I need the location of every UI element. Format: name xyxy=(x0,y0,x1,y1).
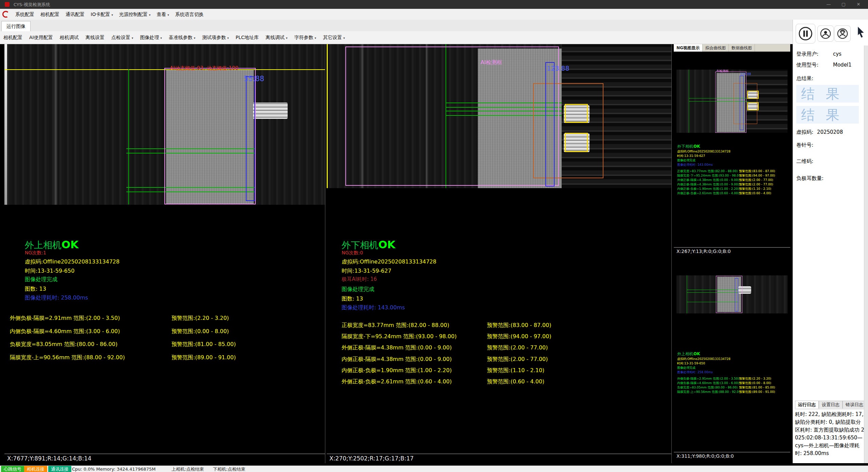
measurement-text: 外侧正极-隔膜=4.38mm 范围:(0.00 - 9.00) xyxy=(677,178,739,182)
measurement-warn: 预警范围:(81.00 - 85.00) xyxy=(171,338,236,351)
result-ok: OK xyxy=(693,144,700,149)
tab-ng-view[interactable]: NG视图显示 xyxy=(674,44,703,52)
tab-ai-elapsed: 极耳AI耗时: 16 xyxy=(342,276,377,283)
tab-detect-box xyxy=(747,102,759,110)
title-bar: CYS-视觉检测系统 — ▢ ✕ xyxy=(0,0,868,9)
measurement-text: 隔膜宽度-上=90.56mm 范围:(88.00 - 92.00) xyxy=(10,351,171,364)
measurement-warn: 预警范围:(81.00 - 85.00) xyxy=(739,385,787,390)
measurement-text: 内侧负极-隔膜=4.60mm 范围:(3.00 - 6.00) xyxy=(677,381,739,385)
tool-camera-debug[interactable]: 相机调试 xyxy=(56,31,82,44)
pause-button[interactable] xyxy=(796,24,815,43)
capture-time: 时间:13-31-59-650 xyxy=(677,361,788,366)
roi-box-blue xyxy=(545,62,555,186)
tab-error-log[interactable]: 错误日志 xyxy=(843,401,866,409)
tab-run-log[interactable]: 运行日志 xyxy=(795,401,819,409)
app-icon xyxy=(5,2,10,7)
pause-icon xyxy=(798,26,813,41)
measurement-warn: 预警范围:(2.20 - 3.20) xyxy=(171,312,229,325)
virtual-code: 虚拟码:Offline20250208133134728 xyxy=(677,357,788,361)
measure-value-overlay: 55.88 xyxy=(244,75,264,83)
camera-link-badge: 相机连接 xyxy=(24,466,47,472)
menu-bar: 系统配置 相机配置 通讯配置 IO卡配置 光源控制配置 查看 系统语言切换 xyxy=(0,9,868,20)
ng-thumbnail-2[interactable]: 外上相机OK 虚拟码:Offline20250208133134728 时间:1… xyxy=(674,260,790,460)
tool-offline-debug[interactable]: 离线调试 xyxy=(262,31,291,44)
ng-thumb2-image xyxy=(676,275,788,313)
heartbeat-badge: 心跳信号 xyxy=(1,466,24,472)
tab-settings-log[interactable]: 设置日志 xyxy=(819,401,843,409)
measurement-text: 外侧负极-隔膜=2.91mm 范围:(2.00 - 3.50) xyxy=(677,377,739,381)
operator-button[interactable] xyxy=(834,25,851,42)
measurement-warn: 预警范围:(2.20 - 3.20) xyxy=(739,377,787,381)
virtual-code: 虚拟码:Offline20250208133134728 xyxy=(25,258,120,266)
operator-icon xyxy=(837,28,848,39)
menu-camera-config[interactable]: 相机配置 xyxy=(37,9,62,20)
tab-fit-curve[interactable]: 拟合曲线图 xyxy=(703,44,729,52)
camera-bottom-image[interactable]: AI检测框 123.88 xyxy=(327,44,671,188)
maximize-icon[interactable]: ▢ xyxy=(836,0,851,9)
user-icon xyxy=(820,28,831,39)
capture-time: 时间:13-31-59-627 xyxy=(677,154,788,158)
tool-ai-usage-config[interactable]: AI使用配置 xyxy=(26,31,56,44)
roi-box-magenta xyxy=(345,47,559,186)
comm-link-badge: 通讯连接 xyxy=(48,466,71,472)
clamp-metal xyxy=(253,103,288,119)
tool-camera-config[interactable]: 相机配置 xyxy=(0,31,26,44)
measurement-warn: 预警范围:(0.00 - 8.00) xyxy=(739,381,787,385)
measurement-text: 内侧正极-隔膜=4.38mm 范围:(0.00 - 9.00) xyxy=(677,182,739,187)
cursor-button[interactable] xyxy=(855,24,867,40)
ng-thumbnail-1[interactable]: AI检测框 123.88 外下相机OK 虚拟码:Offline202502081… xyxy=(674,53,790,255)
roi-box-blue xyxy=(740,76,744,130)
measurement-warn: 预警范围:(1.10 - 2.10) xyxy=(487,365,544,376)
status-bar: 心跳信号 相机连接 通讯连接 Cpu: 0.0% Memory: 3424.41… xyxy=(0,466,868,472)
measurement-list: 外侧负极-隔膜=2.91mm 范围:(2.00 - 3.50) 预警范围:(2.… xyxy=(10,312,236,364)
process-elapsed: 图像处理耗时: 143.00ms xyxy=(677,163,788,167)
close-icon[interactable]: ✕ xyxy=(851,0,866,9)
ai-threshold-text: AI动态阈值:93, 动态阈值:100 xyxy=(170,65,238,72)
tab-run-image[interactable]: 运行图像 xyxy=(1,21,31,31)
ai-detect-box-label: AI检测框 xyxy=(717,70,729,73)
tab-detect-box xyxy=(565,104,588,123)
tool-other-settings[interactable]: 其它设置 xyxy=(320,31,348,44)
tool-image-processing[interactable]: 图像处理 xyxy=(137,31,165,44)
ng-thumb1-text: 外下相机OK 虚拟码:Offline20250208133134728 时间:1… xyxy=(677,144,788,196)
measurement-text: 内侧负极-隔膜=4.60mm 范围:(3.00 - 6.00) xyxy=(10,325,171,338)
camera-bottom-check-status: 下相机:点检结束 xyxy=(213,466,245,472)
login-label: 登录用户: xyxy=(796,51,818,57)
menu-comm-config[interactable]: 通讯配置 xyxy=(62,9,88,20)
menu-view[interactable]: 查看 xyxy=(153,9,172,20)
roi-box-blue xyxy=(246,76,255,201)
tool-char-params[interactable]: 字符参数 xyxy=(291,31,320,44)
tab-data-curve[interactable]: 数据曲线图 xyxy=(729,44,755,52)
scrollbar[interactable] xyxy=(864,46,868,463)
process-elapsed: 图像处理耗时: 258.00ms xyxy=(25,294,88,302)
pixel-status-readout: X:311;Y:980;R:0;G:0;B:0 xyxy=(674,452,790,460)
tool-baseline-params[interactable]: 基准线参数 xyxy=(165,31,199,44)
result-ok: OK xyxy=(693,351,700,356)
process-elapsed: 图像处理耗时: 258.00ms xyxy=(677,370,788,375)
result-display-2: 结 果 xyxy=(796,106,859,124)
ng-count: NG次数:1 xyxy=(25,250,46,256)
measurement-row: 正极宽度=83.77mm 范围:(82.00 - 88.00) 预警范围:(83… xyxy=(342,320,551,331)
menu-system-config[interactable]: 系统配置 xyxy=(12,9,37,20)
menu-language-switch[interactable]: 系统语言切换 xyxy=(172,9,207,20)
measurement-text: 外侧正极-隔膜=4.38mm 范围:(0.00 - 9.00) xyxy=(342,342,487,353)
tab-detect-box xyxy=(565,133,588,152)
tool-plc-address-lib[interactable]: PLC地址库 xyxy=(232,31,262,44)
run-log-text: 耗时: 222, 缺陷检测耗时: 17, 缺陷分类耗时: 0, 缺陷提取分区耗时… xyxy=(795,409,865,464)
camera-top-check-status: 上相机:点检结束 xyxy=(171,466,204,472)
measurement-warn: 预警范围:(89.00 - 91.00) xyxy=(171,351,236,364)
measure-value-overlay: 123.88 xyxy=(547,65,569,72)
minimize-icon[interactable]: — xyxy=(821,0,836,9)
user-button[interactable] xyxy=(817,25,834,42)
camera-top-image[interactable]: AI动态阈值:93, 动态阈值:100 55.88 xyxy=(4,44,325,205)
vcode-value: 20250208 xyxy=(817,129,843,135)
tool-offline-settings[interactable]: 离线设置 xyxy=(82,31,108,44)
tool-spot-check-settings[interactable]: 点检设置 xyxy=(108,31,137,44)
menu-light-control-config[interactable]: 光源控制配置 xyxy=(116,9,154,20)
camera-title: 外下相机 xyxy=(677,144,693,149)
measurement-text: 内侧正极-负极=1.90mm 范围:(1.00 - 2.20) xyxy=(342,365,487,376)
menu-io-card-config[interactable]: IO卡配置 xyxy=(88,9,116,20)
measurement-text: 外侧正极-负极=2.61mm 范围:(0.60 - 4.00) xyxy=(677,191,739,196)
tool-test-item-params[interactable]: 测试项参数 xyxy=(199,31,232,44)
measurement-row: 内侧正极-隔膜=4.38mm 范围:(0.00 - 9.00) 预警范围:(2.… xyxy=(342,353,551,365)
